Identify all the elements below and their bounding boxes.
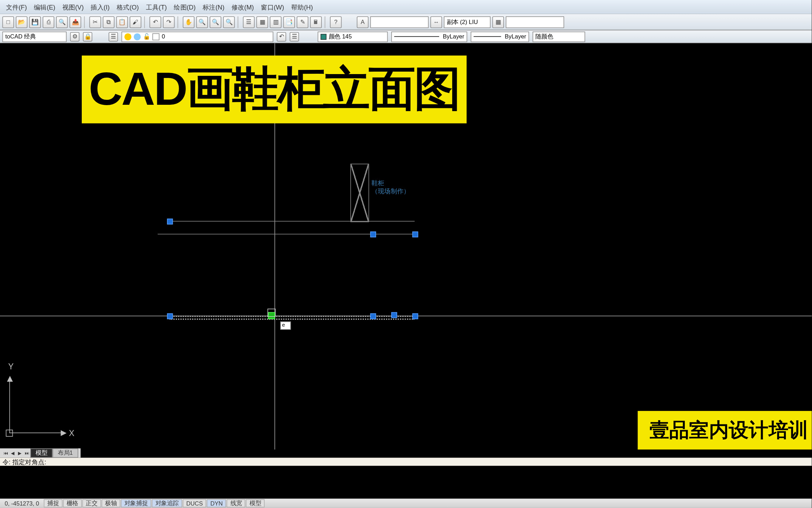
- print-icon[interactable]: ⎙: [43, 16, 54, 28]
- new-icon[interactable]: □: [2, 16, 14, 28]
- workspace-settings-icon[interactable]: ⚙: [70, 32, 80, 41]
- status-ducs[interactable]: DUCS: [183, 499, 207, 507]
- menu-window[interactable]: 窗口(W): [257, 2, 288, 11]
- status-model[interactable]: 模型: [246, 499, 265, 507]
- zoom-prev-icon[interactable]: 🔍: [223, 16, 235, 28]
- help-icon[interactable]: ?: [330, 16, 342, 28]
- status-osnap[interactable]: 对象捕捉: [121, 499, 151, 507]
- paste-icon[interactable]: 📋: [116, 16, 128, 28]
- dimstyle-icon[interactable]: ↔: [430, 16, 442, 28]
- grip[interactable]: [167, 219, 173, 225]
- shoe-cabinet-block[interactable]: [350, 164, 369, 222]
- tab-next-icon[interactable]: ▶: [16, 449, 23, 456]
- menu-help[interactable]: 帮助(H): [288, 2, 316, 11]
- grip[interactable]: [370, 313, 376, 319]
- menu-format[interactable]: 格式(O): [113, 2, 142, 11]
- selected-line-1[interactable]: [170, 316, 415, 317]
- selected-line-2[interactable]: [170, 319, 415, 320]
- linetype-dropdown[interactable]: ByLayer: [391, 31, 467, 42]
- workspace-dropdown[interactable]: toCAD 经典: [2, 31, 67, 42]
- status-otrack[interactable]: 对象追踪: [152, 499, 182, 507]
- tab-first-icon[interactable]: ⏮: [2, 449, 10, 456]
- dcenter-icon[interactable]: ▦: [256, 16, 268, 28]
- menu-modify[interactable]: 修改(M): [228, 2, 258, 11]
- plotstyle-dropdown[interactable]: 随颜色: [533, 31, 585, 42]
- match-icon[interactable]: 🖌: [130, 16, 141, 28]
- pan-icon[interactable]: ✋: [183, 16, 195, 28]
- menu-insert[interactable]: 插入(I): [87, 2, 113, 11]
- lineweight-label: ByLayer: [505, 33, 526, 40]
- grip[interactable]: [167, 313, 173, 319]
- zoom-rt-icon[interactable]: 🔍: [196, 16, 208, 28]
- separator: [144, 16, 147, 28]
- props-icon[interactable]: ☰: [243, 16, 254, 28]
- model-layout-tabs: ⏮ ◀ ▶ ⏭ 模型 布局1: [0, 448, 80, 458]
- grip[interactable]: [412, 313, 418, 319]
- textstyle-icon[interactable]: A: [357, 16, 368, 28]
- gap-filler: [0, 466, 812, 499]
- copy-icon[interactable]: ⧉: [103, 16, 115, 28]
- status-ortho[interactable]: 正交: [82, 499, 101, 507]
- menu-draw[interactable]: 绘图(D): [170, 2, 199, 11]
- color-label: 颜色 145: [329, 32, 352, 41]
- ucs-icon[interactable]: Y X: [5, 368, 75, 443]
- pickbox: [267, 309, 276, 317]
- dynamic-input[interactable]: e: [280, 321, 291, 329]
- layer-prev-icon[interactable]: ↶: [277, 32, 286, 41]
- tablestyle-icon[interactable]: ▦: [492, 16, 504, 28]
- save-icon[interactable]: 💾: [29, 16, 41, 28]
- properties-toolbar: toCAD 经典 ⚙ 🔒 ☰ 🔓 0 ↶ ☰ 颜色 145 ByLayer By…: [0, 30, 812, 43]
- line-upper-1[interactable]: [170, 221, 415, 222]
- calc-icon[interactable]: 🖩: [310, 16, 322, 28]
- tablestyle-dropdown[interactable]: [506, 16, 564, 28]
- ucs-origin-box: [6, 430, 13, 437]
- markup-icon[interactable]: ✎: [297, 16, 308, 28]
- separator: [84, 16, 87, 28]
- zoom-win-icon[interactable]: 🔍: [210, 16, 221, 28]
- tab-prev-icon[interactable]: ◀: [10, 449, 17, 456]
- layer-states-icon[interactable]: ☰: [290, 32, 299, 41]
- layer-color-icon: [152, 33, 159, 40]
- status-grid[interactable]: 栅格: [63, 499, 82, 507]
- status-snap[interactable]: 捕捉: [44, 499, 62, 507]
- workspace-lock-icon[interactable]: 🔒: [83, 32, 92, 41]
- layer-dropdown[interactable]: 🔓 0: [122, 31, 273, 42]
- coordinates[interactable]: 0, -451273, 0: [0, 500, 44, 507]
- menu-bar: 文件(F) 编辑(E) 视图(V) 插入(I) 格式(O) 工具(T) 绘图(D…: [0, 0, 812, 14]
- color-swatch: [321, 34, 327, 40]
- textstyle-dropdown[interactable]: [370, 16, 429, 28]
- undo-icon[interactable]: ↶: [149, 16, 161, 28]
- status-bar: 0, -451273, 0 捕捉 栅格 正交 极轴 对象捕捉 对象追踪 DUCS…: [0, 498, 812, 508]
- status-dyn[interactable]: DYN: [207, 499, 226, 507]
- ucs-y-label: Y: [8, 362, 13, 371]
- sheetset-icon[interactable]: 📑: [283, 16, 295, 28]
- layer-props-icon[interactable]: ☰: [109, 32, 118, 41]
- menu-tools[interactable]: 工具(T): [142, 2, 171, 11]
- status-lwt[interactable]: 线宽: [227, 499, 246, 507]
- separator: [325, 16, 327, 28]
- watermark: 壹品室内设计培训: [638, 411, 812, 449]
- toolpal-icon[interactable]: ▥: [270, 16, 282, 28]
- command-line[interactable]: 令: 指定对角点:: [0, 458, 812, 466]
- menu-edit[interactable]: 编辑(E): [30, 2, 59, 11]
- grip[interactable]: [412, 231, 418, 237]
- menu-dim[interactable]: 标注(N): [199, 2, 228, 11]
- dimstyle-dropdown[interactable]: 副本 (2) LIU: [444, 16, 491, 28]
- preview-icon[interactable]: 🔍: [56, 16, 68, 28]
- menu-view[interactable]: 视图(V): [59, 2, 87, 11]
- redo-icon[interactable]: ↷: [163, 16, 174, 28]
- status-polar[interactable]: 极轴: [102, 499, 120, 507]
- color-dropdown[interactable]: 颜色 145: [318, 31, 388, 42]
- cut-icon[interactable]: ✂: [90, 16, 101, 28]
- layer-name: 0: [162, 33, 165, 40]
- tab-model[interactable]: 模型: [30, 448, 53, 458]
- grip[interactable]: [370, 231, 376, 237]
- lineweight-dropdown[interactable]: ByLayer: [471, 31, 529, 42]
- title-overlay: CAD画鞋柜立面图: [82, 55, 467, 123]
- publish-icon[interactable]: 📤: [69, 16, 81, 28]
- grip[interactable]: [391, 312, 397, 318]
- open-icon[interactable]: 📂: [16, 16, 27, 28]
- menu-file[interactable]: 文件(F): [2, 2, 31, 11]
- tab-layout1[interactable]: 布局1: [53, 448, 78, 458]
- tab-last-icon[interactable]: ⏭: [23, 449, 30, 456]
